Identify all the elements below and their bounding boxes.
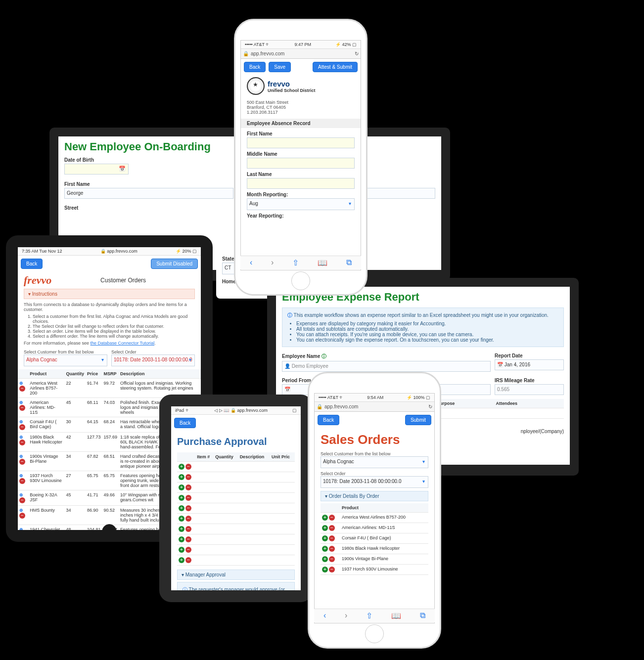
del-icon[interactable]: −	[329, 567, 335, 572]
tablet-purchase: iPad ᯤ◁ ▷ 📖 🔒 app.frevvo.com▢ Back Purch…	[159, 395, 313, 602]
first-input[interactable]	[247, 137, 355, 148]
add-icon[interactable]: +	[322, 567, 328, 572]
back-button[interactable]: Back	[21, 259, 43, 269]
add-icon[interactable]: +	[179, 536, 184, 542]
sales-col: Product	[340, 503, 428, 513]
month-select[interactable]: Aug	[247, 198, 355, 210]
del-icon[interactable]: −	[185, 547, 191, 553]
emp-input[interactable]: 👤 Demo Employee	[282, 361, 491, 372]
add-icon[interactable]: ⊕	[19, 527, 23, 532]
add-icon[interactable]: ⊕	[19, 508, 23, 513]
last-input[interactable]	[247, 178, 355, 189]
share-icon[interactable]: ⇧	[292, 258, 299, 267]
del-icon[interactable]: −	[329, 556, 335, 562]
add-icon[interactable]: +	[179, 495, 184, 501]
order-details-bar[interactable]: ▾ Order Details By Order	[321, 491, 428, 501]
del-icon[interactable]: −	[19, 513, 25, 519]
del-icon[interactable]: −	[19, 440, 25, 445]
del-icon[interactable]: −	[185, 505, 191, 511]
add-icon[interactable]: +	[322, 546, 328, 552]
add-icon[interactable]: ⊕	[19, 381, 23, 386]
del-icon[interactable]: −	[185, 526, 191, 532]
del-icon[interactable]: −	[19, 424, 25, 430]
manager-approval-bar[interactable]: ▾ Manager Approval	[177, 570, 295, 580]
add-icon[interactable]: ⊕	[19, 400, 23, 405]
reload-icon[interactable]: ↻	[428, 404, 432, 409]
del-icon[interactable]: −	[19, 459, 25, 465]
tutorial-link[interactable]: the Database Connector Tutorial	[91, 341, 155, 346]
expense-col: Purpose	[435, 399, 494, 408]
home-button[interactable]	[102, 524, 117, 539]
list-item: +−Corsair F4U ( Bird Cage)	[321, 533, 428, 544]
del-icon[interactable]: −	[19, 386, 25, 392]
add-icon[interactable]: ⊕	[19, 435, 23, 440]
save-button[interactable]: Save	[269, 62, 291, 72]
add-icon[interactable]: +	[179, 484, 184, 490]
back-button[interactable]: Back	[174, 418, 196, 428]
add-icon[interactable]: +	[179, 505, 184, 511]
nav-fwd-icon[interactable]: ›	[271, 258, 274, 267]
submit-button[interactable]: Attest & Submit	[313, 62, 358, 72]
del-icon[interactable]: −	[185, 495, 191, 501]
add-icon[interactable]: +	[322, 535, 328, 541]
del-icon[interactable]: −	[185, 516, 191, 522]
del-icon[interactable]: −	[19, 405, 25, 411]
nav-fwd-icon[interactable]: ›	[345, 611, 347, 620]
del-icon[interactable]: −	[185, 464, 191, 470]
del-icon[interactable]: −	[329, 525, 335, 531]
add-icon[interactable]: +	[179, 557, 184, 563]
middle-input[interactable]	[247, 158, 355, 169]
del-icon[interactable]: −	[185, 557, 191, 563]
submit-button[interactable]: Submit	[405, 415, 431, 425]
nav-back-icon[interactable]: ‹	[323, 611, 326, 620]
del-icon[interactable]: −	[185, 474, 191, 480]
del-icon[interactable]: −	[19, 532, 25, 538]
del-icon[interactable]: −	[185, 536, 191, 542]
del-icon[interactable]: −	[329, 535, 335, 541]
back-button[interactable]: Back	[244, 62, 266, 72]
cust-select[interactable]: Alpha Cognac	[24, 354, 107, 366]
add-icon[interactable]: +	[179, 547, 184, 553]
report-date-input[interactable]: 📅 Jan 4, 2016	[495, 359, 564, 370]
reload-icon[interactable]: ↻	[355, 51, 359, 56]
irs-input[interactable]: 0.565	[495, 384, 564, 395]
add-icon[interactable]: +	[179, 474, 184, 480]
add-icon[interactable]: +	[322, 525, 328, 531]
tabs-icon[interactable]: ⧉	[346, 258, 352, 267]
tabs-icon[interactable]: ⧉	[420, 611, 425, 620]
expense-bullet: You can attach receipts. If you're using…	[296, 332, 558, 337]
nav-back-icon[interactable]: ‹	[250, 258, 252, 267]
del-icon[interactable]: −	[19, 497, 25, 503]
bookmarks-icon[interactable]: 📖	[318, 258, 327, 267]
share-icon[interactable]: ⇧	[366, 611, 372, 620]
add-icon[interactable]: +	[179, 464, 184, 470]
calendar-icon: 📅	[119, 166, 126, 172]
addr3: 1.203.208.3117	[247, 110, 355, 115]
bookmarks-icon[interactable]: 📖	[391, 611, 401, 620]
first-input[interactable]: George	[64, 188, 233, 199]
add-icon[interactable]: +	[179, 516, 184, 522]
add-icon[interactable]: +	[322, 515, 328, 521]
add-icon[interactable]: +	[322, 556, 328, 562]
home-button[interactable]	[291, 271, 310, 290]
middle-label: Middle Name	[247, 151, 355, 157]
url-bar[interactable]: 🔒app.frevvo.com↻	[315, 402, 434, 412]
order-select[interactable]: 10178: Date 2003-11-08 00:00:00.0	[321, 476, 428, 488]
del-icon[interactable]: −	[185, 484, 191, 490]
add-icon[interactable]: ⊕	[19, 454, 23, 459]
del-icon[interactable]: −	[329, 546, 335, 552]
list-item: +−1900s Vintage Bi-Plane	[321, 554, 428, 565]
add-icon[interactable]: ⊕	[19, 419, 23, 424]
back-button[interactable]: Back	[318, 415, 339, 425]
add-icon[interactable]: ⊕	[19, 473, 23, 478]
del-icon[interactable]: −	[329, 515, 335, 521]
url-bar[interactable]: 🔒app.frevvo.com↻	[241, 49, 361, 59]
submit-button[interactable]: Submit Disabled	[151, 259, 198, 269]
cust-select[interactable]: Alpha Cognac	[321, 456, 428, 468]
instructions-bar[interactable]: ▾ Instructions	[24, 289, 195, 299]
order-select[interactable]: 10178: Date 2003-11-08 00:00:00.0	[111, 354, 195, 366]
add-icon[interactable]: ⊕	[19, 492, 23, 497]
del-icon[interactable]: −	[19, 478, 25, 484]
add-icon[interactable]: +	[179, 526, 184, 532]
home-button[interactable]	[365, 624, 384, 643]
